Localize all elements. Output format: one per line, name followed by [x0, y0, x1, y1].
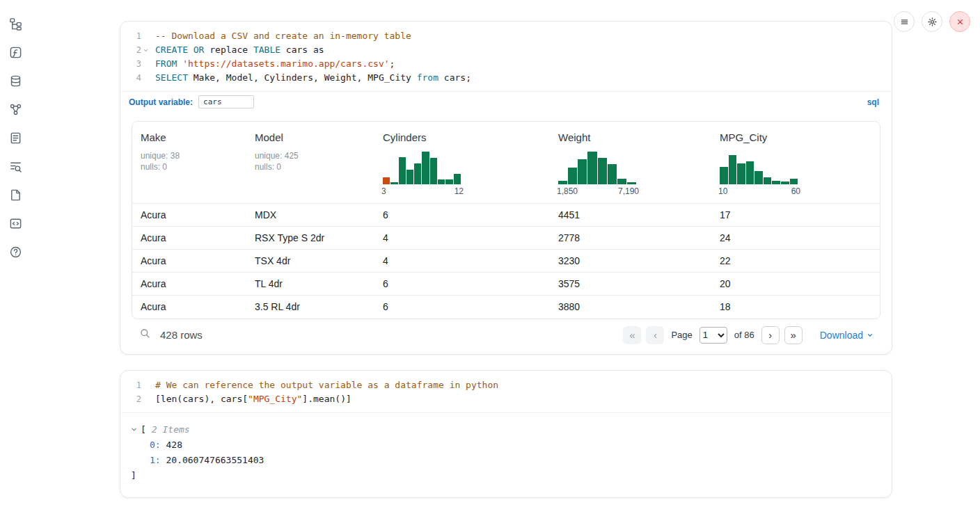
- code-line[interactable]: 1# We can reference the output variable …: [126, 378, 880, 392]
- download-label: Download: [820, 330, 863, 341]
- code-line[interactable]: 1-- Download a CSV and create an in-memo…: [126, 29, 880, 43]
- histogram-axis: 312: [381, 186, 464, 196]
- table-row[interactable]: AcuraRSX Type S 2dr4277824: [132, 227, 880, 250]
- bracket-open: [: [141, 422, 146, 437]
- column-histogram[interactable]: [720, 150, 798, 184]
- table-cell: 6: [374, 204, 550, 227]
- table-header-row: Makeunique: 38nulls: 0Modelunique: 425nu…: [132, 122, 880, 204]
- histogram-bar: [754, 171, 763, 184]
- first-page-button[interactable]: «: [623, 326, 641, 344]
- histogram-bar: [598, 158, 607, 184]
- histogram-bar: [399, 157, 406, 184]
- fold-gutter: [141, 71, 150, 85]
- python-code-editor[interactable]: 1# We can reference the output variable …: [120, 371, 892, 412]
- notebook-menu-button[interactable]: [894, 11, 915, 32]
- sql-cell: 1-- Download a CSV and create an in-memo…: [120, 21, 892, 355]
- histogram-bar: [422, 152, 429, 185]
- histogram-bar: [720, 167, 728, 184]
- sidebar-item-scratchpad[interactable]: [7, 129, 24, 146]
- axis-min: 3: [381, 186, 386, 196]
- histogram-bar: [617, 179, 626, 184]
- table-cell: Acura: [132, 227, 246, 250]
- sidebar-item-variables[interactable]: [7, 44, 24, 61]
- page-total: of 86: [734, 330, 754, 340]
- table-row[interactable]: AcuraTSX 4dr4323022: [132, 250, 880, 273]
- table-search-icon: [9, 160, 22, 173]
- histogram-bar: [406, 170, 413, 184]
- histogram-bar: [438, 179, 445, 184]
- prev-page-button[interactable]: ‹: [646, 326, 664, 344]
- python-output: [ 2 Items 0: 4281: 20.060747663551403 ]: [120, 412, 892, 497]
- histogram-bar: [627, 182, 636, 184]
- sidebar-item-table-explorer[interactable]: [7, 158, 24, 175]
- notebook-actions: [894, 11, 970, 32]
- code-line[interactable]: 2CREATE OR replace TABLE cars as: [126, 43, 880, 57]
- page-select[interactable]: 1: [700, 327, 727, 344]
- snippets-icon: [9, 217, 22, 230]
- code-line[interactable]: 4SELECT Make, Model, Cylinders, Weight, …: [126, 71, 880, 85]
- sidebar-item-help[interactable]: [7, 243, 24, 260]
- fold-gutter: [141, 378, 150, 392]
- column-header-Cylinders[interactable]: Cylinders312: [374, 122, 550, 204]
- settings-button[interactable]: [922, 11, 942, 32]
- table-cell: 2778: [550, 227, 711, 250]
- shutdown-button[interactable]: [949, 11, 970, 32]
- column-header-Make[interactable]: Makeunique: 38nulls: 0: [132, 122, 246, 204]
- column-summary: nulls: 0: [141, 161, 238, 172]
- last-page-button[interactable]: »: [784, 326, 803, 344]
- table-search-button[interactable]: [139, 328, 151, 342]
- sidebar-item-documentation[interactable]: [7, 186, 24, 203]
- line-number: 2: [126, 392, 141, 406]
- database-icon: [9, 74, 22, 88]
- help-icon: [9, 246, 22, 259]
- collapse-chevron-icon[interactable]: [130, 426, 141, 433]
- column-histogram[interactable]: [383, 150, 461, 184]
- table-cell: TSX 4dr: [246, 250, 374, 273]
- last-page-icon: »: [791, 329, 796, 341]
- column-histogram[interactable]: [558, 150, 636, 184]
- item-index: 0:: [150, 440, 161, 450]
- python-cell: 1# We can reference the output variable …: [120, 370, 892, 498]
- column-header-Model[interactable]: Modelunique: 425nulls: 0: [246, 122, 374, 204]
- axis-max: 12: [455, 186, 464, 196]
- next-page-button[interactable]: ›: [761, 326, 780, 344]
- column-header-MPG_City[interactable]: MPG_City1060: [711, 122, 880, 204]
- table-row[interactable]: AcuraTL 4dr6357520: [132, 273, 880, 296]
- line-number: 3: [126, 57, 141, 71]
- histogram-bar: [430, 158, 437, 184]
- sidebar-item-file-tree[interactable]: [7, 15, 24, 32]
- pagination: « ‹ Page 1 of 86 › »: [623, 326, 874, 344]
- code-line[interactable]: 2[len(cars), cars["MPG_City"].mean()]: [126, 392, 880, 406]
- download-button[interactable]: Download: [820, 330, 874, 341]
- histogram-bar: [414, 163, 421, 184]
- table-cell: 4451: [550, 204, 711, 227]
- sql-code-editor[interactable]: 1-- Download a CSV and create an in-memo…: [120, 22, 892, 91]
- histogram-bar: [587, 152, 596, 185]
- axis-min: 10: [718, 186, 727, 196]
- page-label: Page: [671, 330, 692, 340]
- histogram-bar: [746, 161, 754, 184]
- column-header-Weight[interactable]: Weight1,8507,190: [550, 122, 711, 204]
- table-cell: Acura: [132, 296, 246, 319]
- table-row[interactable]: Acura3.5 RL 4dr6388018: [132, 296, 880, 319]
- sidebar-item-dependencies[interactable]: [7, 101, 24, 118]
- row-count: 428 rows: [160, 329, 203, 341]
- column-summary: nulls: 0: [255, 161, 366, 172]
- fold-chevron-icon[interactable]: [141, 43, 150, 57]
- code-content: SELECT Make, Model, Cylinders, Weight, M…: [150, 71, 471, 85]
- histogram-bar: [790, 179, 798, 184]
- histogram-bar: [578, 159, 587, 184]
- axis-min: 1,850: [557, 186, 578, 196]
- table-row[interactable]: AcuraMDX6445117: [132, 204, 880, 227]
- histogram-bar: [737, 163, 745, 184]
- notebook-cells: 1-- Download a CSV and create an in-memo…: [120, 21, 892, 507]
- code-line[interactable]: 3FROM 'https://datasets.marimo.app/cars.…: [126, 57, 880, 71]
- histogram-axis: 1,8507,190: [557, 186, 639, 196]
- prev-page-icon: ‹: [654, 329, 657, 341]
- list-item: 1: 20.060747663551403: [130, 453, 880, 468]
- output-variable-input[interactable]: [198, 95, 254, 108]
- column-name: Weight: [558, 131, 703, 143]
- table-cell: MDX: [246, 204, 374, 227]
- sidebar-item-datasources[interactable]: [7, 72, 24, 89]
- sidebar-item-snippets[interactable]: [7, 215, 24, 232]
